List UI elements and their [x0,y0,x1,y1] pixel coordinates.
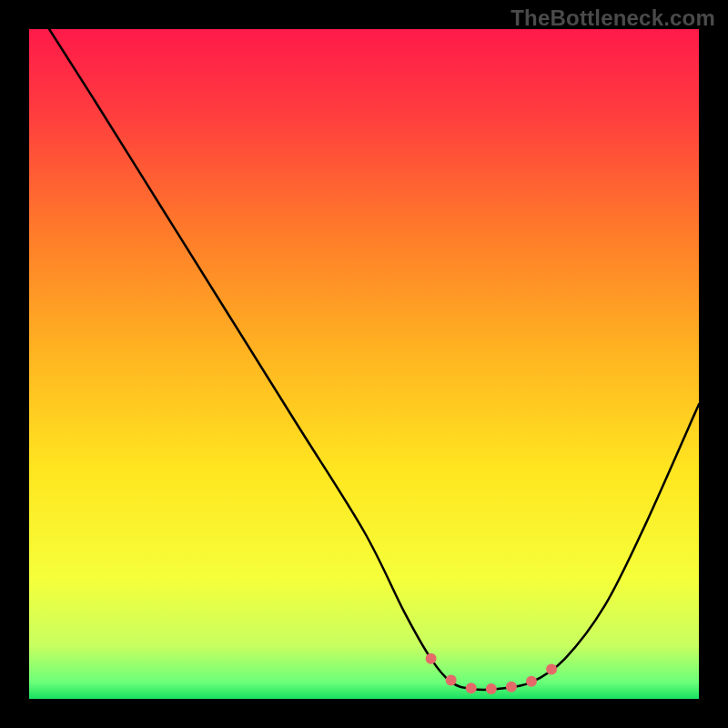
chart-frame: TheBottleneck.com [0,0,728,728]
marker-dot [546,664,557,675]
plot-background [29,29,699,699]
marker-dot [446,674,457,685]
marker-dot [506,682,517,693]
bottleneck-chart [0,0,728,728]
marker-dot [486,683,497,694]
marker-dot [466,682,477,693]
marker-dot [526,676,537,687]
marker-dot [426,653,437,664]
